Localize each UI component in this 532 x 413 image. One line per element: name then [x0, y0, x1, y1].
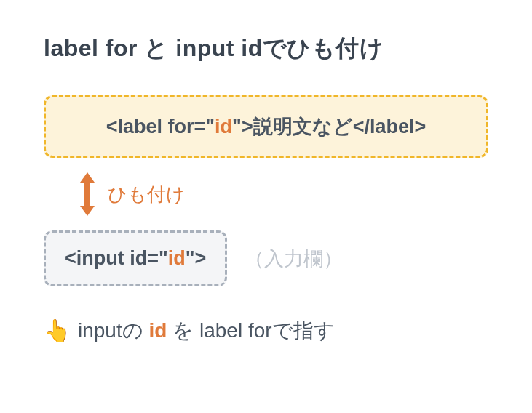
input-id: id: [168, 247, 186, 269]
input-open-pre: <input id=": [65, 247, 168, 269]
footnote-pre: inputの: [78, 319, 143, 342]
input-placeholder-note: （入力欄）: [245, 246, 343, 272]
input-element-box: <input id="id">: [44, 230, 227, 286]
footnote-post: を label forで指す: [172, 319, 334, 342]
input-row: <input id="id"> （入力欄）: [44, 230, 488, 286]
input-open-post: ">: [186, 247, 207, 269]
label-open-pre: <label for=": [106, 116, 215, 137]
double-arrow-icon: [77, 171, 98, 217]
footnote-id: id: [149, 319, 167, 342]
pointing-finger-icon: 👆: [44, 320, 71, 342]
diagram-title: label for と input idでひも付け: [44, 33, 488, 65]
footnote: 👆 inputの id を label forで指す: [44, 317, 488, 345]
label-open-post: ">: [232, 116, 253, 137]
connector-row: ひも付け: [77, 171, 488, 217]
label-close-tag: </label>: [353, 116, 426, 137]
label-body-text: 説明文など: [253, 116, 353, 137]
label-for-id: id: [215, 116, 232, 137]
label-element-box: <label for="id">説明文など</label>: [44, 95, 488, 158]
connector-label: ひも付け: [108, 182, 186, 207]
